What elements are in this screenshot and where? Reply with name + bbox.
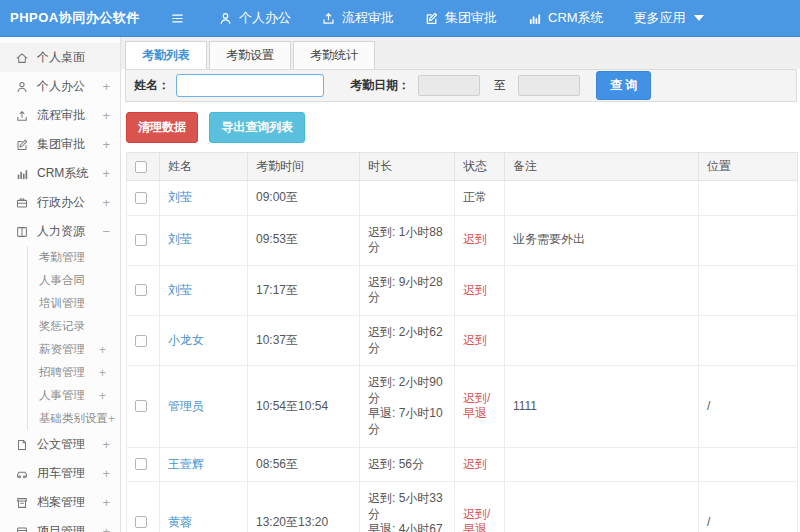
cell-select (127, 265, 160, 315)
row-checkbox[interactable] (135, 192, 147, 204)
date-from-input[interactable] (418, 75, 480, 96)
row-checkbox[interactable] (135, 458, 147, 470)
sidebar-item-label: 集团审批 (37, 136, 102, 153)
cell-name: 刘莹 (160, 181, 248, 216)
sidebar-subitem-label: 人事合同 (39, 273, 106, 288)
topnav-item-更多应用[interactable]: 更多应用 (619, 0, 719, 36)
row-checkbox[interactable] (135, 516, 147, 528)
sidebar-item-集团审批[interactable]: 集团审批+ (0, 130, 120, 159)
sidebar-item-行政办公[interactable]: 行政办公+ (0, 188, 120, 217)
sidebar-item-label: 行政办公 (37, 194, 102, 211)
attendance-table: 姓名考勤时间时长状态备注位置 刘莹09:00至正常刘莹09:53至迟到: 1小时… (126, 152, 798, 532)
row-checkbox[interactable] (135, 234, 147, 246)
duration-line: 迟到: 1小时88分 (368, 225, 446, 256)
row-checkbox[interactable] (135, 400, 147, 412)
app-root: PHPOA协同办公软件 个人办公流程审批集团审批CRM系统更多应用 个人桌面个人… (0, 0, 800, 532)
sidebar-item-CRM系统[interactable]: CRM系统+ (0, 159, 120, 188)
doc-icon (15, 438, 29, 452)
employee-name-link[interactable]: 王壹辉 (168, 457, 204, 471)
select-all-checkbox[interactable] (135, 161, 147, 173)
expand-toggle-icon[interactable]: + (102, 466, 110, 481)
cell-status: 迟到/早退 (455, 482, 505, 532)
duration-line: 迟到: 2小时62分 (368, 325, 446, 356)
expand-toggle-icon[interactable]: + (99, 343, 106, 357)
name-input[interactable] (176, 74, 324, 97)
topnav-item-label: 集团审批 (445, 9, 497, 27)
sidebar-item-人力资源[interactable]: 人力资源− (0, 217, 120, 246)
cell-duration: 迟到: 56分 (360, 447, 455, 482)
employee-name-link[interactable]: 管理员 (168, 399, 204, 413)
topnav-item-流程审批[interactable]: 流程审批 (306, 0, 409, 36)
cell-time: 13:20至13:20 (248, 482, 360, 532)
sidebar-item-流程审批[interactable]: 流程审批+ (0, 101, 120, 130)
tab-考勤设置[interactable]: 考勤设置 (209, 41, 291, 69)
export-list-button[interactable]: 导出查询列表 (209, 112, 305, 143)
expand-toggle-icon[interactable]: + (102, 195, 110, 210)
expand-toggle-icon[interactable]: + (102, 79, 110, 94)
cell-status: 正常 (455, 181, 505, 216)
cell-note (505, 181, 699, 216)
menu-toggle-icon[interactable] (170, 11, 185, 26)
sidebar-item-个人桌面[interactable]: 个人桌面 (0, 43, 120, 72)
expand-toggle-icon[interactable]: + (102, 495, 110, 510)
edit-icon (15, 138, 29, 152)
sidebar-subitem-奖惩记录[interactable]: 奖惩记录 (28, 315, 120, 338)
cell-location (699, 215, 798, 265)
cell-status: 迟到 (455, 447, 505, 482)
date-to-input[interactable] (518, 75, 580, 96)
sidebar-item-个人办公[interactable]: 个人办公+ (0, 72, 120, 101)
expand-toggle-icon[interactable]: − (102, 224, 110, 239)
topnav-item-label: CRM系统 (548, 9, 604, 27)
sidebar-subitem-薪资管理[interactable]: 薪资管理+ (28, 338, 120, 361)
cell-select (127, 482, 160, 532)
topnav-item-个人办公[interactable]: 个人办公 (203, 0, 306, 36)
expand-toggle-icon[interactable]: + (99, 366, 106, 380)
sidebar-subitem-基础类别设置[interactable]: 基础类别设置+ (28, 407, 120, 430)
employee-name-link[interactable]: 小龙女 (168, 333, 204, 347)
expand-toggle-icon[interactable]: + (99, 389, 106, 403)
sidebar-item-label: CRM系统 (37, 165, 102, 182)
sidebar-subitem-人事合同[interactable]: 人事合同 (28, 269, 120, 292)
tab-考勤列表[interactable]: 考勤列表 (125, 41, 207, 69)
sidebar-item-项目管理[interactable]: 项目管理+ (0, 517, 120, 532)
sidebar-subitem-label: 人事管理 (39, 388, 99, 403)
employee-name-link[interactable]: 刘莹 (168, 190, 192, 204)
sidebar-subitem-培训管理[interactable]: 培训管理 (28, 292, 120, 315)
expand-toggle-icon[interactable]: + (102, 524, 110, 532)
archive-icon (15, 496, 29, 510)
cell-location: / (699, 482, 798, 532)
employee-name-link[interactable]: 刘莹 (168, 232, 192, 246)
cell-note (505, 315, 699, 365)
sidebar-subitem-人事管理[interactable]: 人事管理+ (28, 384, 120, 407)
topnav-item-集团审批[interactable]: 集团审批 (409, 0, 512, 36)
topnav-item-CRM系统[interactable]: CRM系统 (512, 0, 619, 36)
sidebar-item-公文管理[interactable]: 公文管理+ (0, 430, 120, 459)
tab-考勤统计[interactable]: 考勤统计 (293, 41, 375, 69)
sidebar-item-label: 流程审批 (37, 107, 102, 124)
sidebar-subitem-招聘管理[interactable]: 招聘管理+ (28, 361, 120, 384)
sidebar-item-用车管理[interactable]: 用车管理+ (0, 459, 120, 488)
sidebar-item-档案管理[interactable]: 档案管理+ (0, 488, 120, 517)
column-header-考勤时间: 考勤时间 (248, 153, 360, 181)
expand-toggle-icon[interactable]: + (102, 437, 110, 452)
employee-name-link[interactable]: 黄蓉 (168, 515, 192, 529)
cell-time: 08:56至 (248, 447, 360, 482)
expand-toggle-icon[interactable]: + (102, 137, 110, 152)
row-checkbox[interactable] (135, 284, 147, 296)
sidebar-subitem-考勤管理[interactable]: 考勤管理 (28, 246, 120, 269)
cell-select (127, 447, 160, 482)
cell-duration: 迟到: 2小时62分 (360, 315, 455, 365)
clean-data-button[interactable]: 清理数据 (126, 112, 198, 143)
cell-time: 10:54至10:54 (248, 366, 360, 447)
select-all-header-cell (127, 153, 160, 181)
cell-status: 迟到 (455, 315, 505, 365)
row-checkbox[interactable] (135, 335, 147, 347)
employee-name-link[interactable]: 刘莹 (168, 283, 192, 297)
search-button[interactable]: 查 询 (596, 71, 651, 100)
app-logo[interactable]: PHPOA协同办公软件 (0, 9, 150, 27)
cell-duration: 迟到: 1小时88分 (360, 215, 455, 265)
expand-toggle-icon[interactable]: + (108, 412, 115, 426)
cell-name: 管理员 (160, 366, 248, 447)
expand-toggle-icon[interactable]: + (102, 108, 110, 123)
expand-toggle-icon[interactable]: + (102, 166, 110, 181)
